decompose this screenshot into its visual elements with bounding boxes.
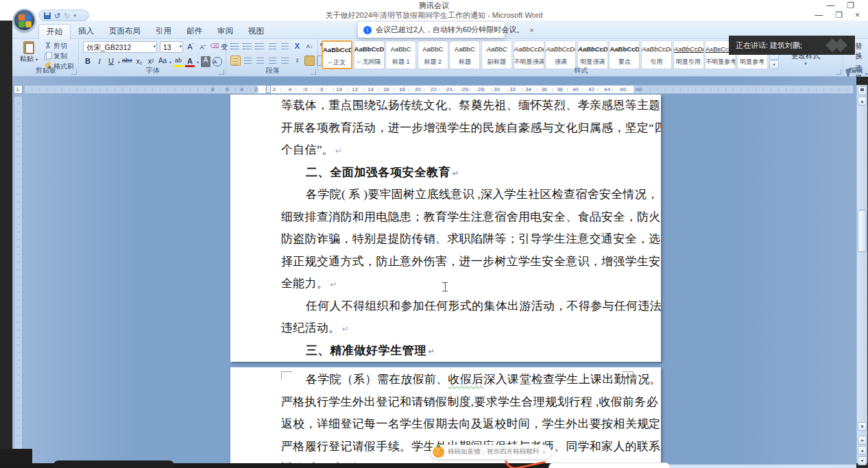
style-chip-明显引用[interactable]: AaBbCcDd明显引用: [673, 40, 704, 69]
browse-object-icon[interactable]: ●: [858, 446, 867, 455]
font-size-combo[interactable]: 13▾: [160, 41, 183, 53]
horizontal-ruler[interactable]: 8642246810121416182022242628303234363840…: [24, 85, 854, 94]
asian-layout-button[interactable]: X: [292, 41, 302, 51]
clipboard-dialog-launcher[interactable]: [71, 69, 77, 75]
meeting-maximize-button[interactable]: ❐: [847, 1, 854, 10]
word-minimize-button[interactable]: —: [815, 10, 823, 20]
paragraph-mark: ↵: [342, 324, 349, 334]
shading-button[interactable]: [304, 56, 315, 66]
info-icon: !: [363, 26, 372, 34]
vertical-scrollbar[interactable]: ▀ ▲ ▼ ⏶ ● ⏷: [856, 85, 867, 463]
doc-line: 返校，详细登记每一名学生假期去向及返校时间，学生外出要按相关规定: [230, 413, 661, 436]
qat-dropdown-icon[interactable]: ▾: [73, 13, 76, 19]
word-close-button[interactable]: ×: [855, 10, 860, 20]
paragraph-group-label: 段落: [228, 66, 317, 75]
doc-line: 严格执行学生外出登记和请销假制度,要求学生合理规划行程 ,收假前务必: [230, 391, 661, 414]
style-chip-标题 1[interactable]: AaBbC标题 1: [385, 40, 416, 69]
scroll-down-icon[interactable]: ▼: [858, 422, 867, 431]
ruler-number: 24: [446, 86, 453, 93]
undo-icon[interactable]: ↺: [54, 12, 60, 19]
meeting-minimize-button[interactable]: —: [826, 1, 834, 10]
next-page-icon[interactable]: ⏷: [858, 456, 867, 465]
ruler-number: 18: [399, 86, 405, 93]
redo-icon[interactable]: ↻: [64, 12, 70, 19]
paragraph-mark: ↵: [428, 347, 435, 356]
styles-dialog-launcher[interactable]: [836, 69, 841, 75]
align-distribute-button[interactable]: [267, 56, 278, 66]
scroll-up-icon[interactable]: ▲: [858, 97, 867, 106]
align-right-button[interactable]: [255, 56, 265, 66]
tab-页面布局[interactable]: 页面布局: [101, 24, 148, 39]
tab-审阅[interactable]: 审阅: [210, 24, 241, 39]
ruler-number: 6: [226, 86, 228, 93]
paste-button[interactable]: 粘贴 ▾: [16, 40, 41, 68]
indent-marker[interactable]: [266, 85, 271, 93]
ruler-number: 14: [367, 86, 374, 93]
word-window-title: 关于做好2024年清明节放假期间学生工作的通知 - Microsoft Word: [0, 10, 868, 21]
style-chip-正文[interactable]: AaBbCcDd↵正文: [322, 40, 352, 69]
bullets-button[interactable]: [230, 41, 241, 51]
tab-邮件[interactable]: 邮件: [179, 24, 210, 39]
ruler-number: 30: [494, 86, 500, 93]
word-restore-button[interactable]: ❐: [835, 10, 843, 20]
ruler-number: 28: [478, 86, 484, 93]
sort-button[interactable]: A↓: [304, 41, 315, 51]
meeting-window-controls: — ❐: [826, 1, 854, 10]
line-spacing-button[interactable]: ⇕: [292, 56, 302, 66]
save-icon[interactable]: [44, 12, 51, 19]
numbering-button[interactable]: [243, 41, 253, 51]
style-chip-副标题[interactable]: AaBbC副标题: [481, 40, 512, 69]
ruler-number: 34: [525, 86, 531, 93]
style-chip-强调[interactable]: AaBbCcDd强调: [545, 40, 576, 69]
multilevel-list-button[interactable]: [255, 41, 265, 51]
paste-icon: [23, 41, 34, 54]
tab-引用[interactable]: 引用: [148, 24, 179, 39]
clipboard-group: 粘贴 ▾ 剪切 复制 格式刷 剪贴板: [14, 39, 79, 76]
font-dialog-launcher[interactable]: [219, 69, 224, 75]
font-name-combo[interactable]: 仿宋_GB2312▾: [83, 41, 157, 53]
decrease-indent-button[interactable]: [267, 41, 278, 51]
enclose-characters-button[interactable]: A: [213, 57, 222, 66]
office-button[interactable]: [13, 9, 36, 32]
style-chip-无间隔[interactable]: AaBbCcDd↵无间隔: [354, 40, 385, 69]
align-left-button[interactable]: [280, 56, 290, 66]
tab-插入[interactable]: 插入: [71, 24, 101, 39]
style-chip-标题 2[interactable]: AaBbC标题 2: [418, 40, 448, 69]
chevron-down-icon[interactable]: ▾: [153, 44, 156, 49]
tab-selector-button[interactable]: L: [14, 85, 23, 94]
ruler-number: 8: [320, 86, 323, 93]
toast-close-icon[interactable]: ×: [529, 26, 533, 34]
doc-line: 择正规交通方式，防止意外伤害，进一步树立学生安全意识，增强学生安: [230, 251, 661, 273]
paragraph-dialog-launcher[interactable]: [311, 69, 316, 75]
style-chip-不明显强调[interactable]: AaBbCcDd不明显强调: [514, 40, 544, 69]
grow-font-button[interactable]: Aˆ: [185, 41, 196, 53]
previous-page-icon[interactable]: ⏶: [858, 436, 867, 445]
ruler-number: 16: [383, 86, 389, 93]
shrink-font-button[interactable]: Aˇ: [197, 41, 208, 53]
meeting-toolbar-peek[interactable]: [53, 460, 174, 468]
style-chip-标题[interactable]: AaBbC标题: [449, 40, 480, 69]
align-center-button[interactable]: [243, 56, 253, 66]
title-bar: 腾讯会议 关于做好2024年清明节放假期间学生工作的通知 - Microsoft…: [0, 0, 868, 21]
style-chip-引用[interactable]: AaBbCcDd引用: [641, 40, 672, 69]
tab-开始[interactable]: 开始: [38, 24, 71, 39]
ruler-number: 20: [415, 86, 421, 93]
split-handle-icon[interactable]: ▀: [858, 86, 867, 95]
ruler-number: 42: [588, 86, 594, 93]
styles-group-label: 样式: [320, 66, 843, 75]
cut-button[interactable]: 剪切: [44, 41, 74, 50]
chevron-down-icon[interactable]: ▾: [179, 44, 182, 49]
style-chip-要点[interactable]: AaBbCcDd要点: [609, 40, 640, 69]
style-chip-明显强调[interactable]: AaBbCcDd明显强调: [577, 40, 608, 69]
tab-视图[interactable]: 视图: [241, 24, 272, 39]
speaking-indicator: 正在讲话: 建筑刘鹏;: [729, 36, 855, 55]
scrollbar-thumb[interactable]: [858, 210, 867, 252]
ruler-number: 48: [636, 86, 642, 93]
meeting-app-title: 腾讯会议: [0, 1, 868, 11]
copy-button[interactable]: 复制: [44, 51, 74, 60]
document-page-1[interactable]: 等载体，重点围绕弘扬传统文化、祭奠先祖、缅怀英烈、孝亲感恩等主题开展各项教育活动…: [230, 95, 661, 362]
vertical-ruler[interactable]: [14, 96, 23, 452]
ruler-number: 36: [541, 86, 547, 93]
align-justify-button[interactable]: [230, 56, 241, 66]
increase-indent-button[interactable]: [280, 41, 290, 51]
